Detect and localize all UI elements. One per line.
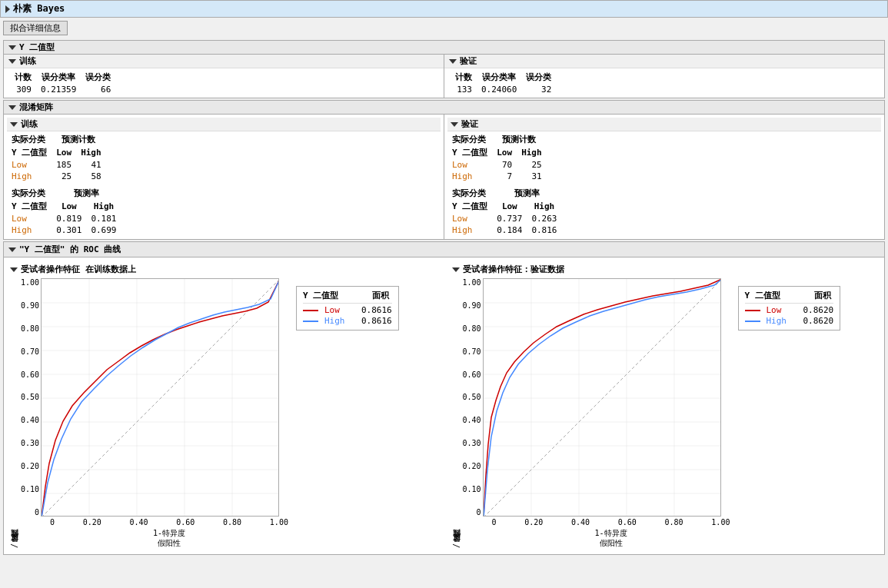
conf-val-rate-low-label: Low bbox=[447, 213, 492, 224]
conf-train-actual-col2: 实际分类 bbox=[7, 187, 52, 200]
train-x-tick-80: 0.80 bbox=[223, 518, 241, 527]
conf-train-low-low: 185 bbox=[52, 159, 76, 171]
conf-train-low-col2: Low bbox=[52, 200, 86, 213]
val-x-tick-0: 0 bbox=[492, 518, 497, 527]
validate-legend-high-value: 0.8620 bbox=[803, 316, 834, 326]
validate-header: 验证 bbox=[444, 55, 884, 68]
conf-val-rate-row-low: Low 0.737 0.263 bbox=[447, 213, 562, 224]
validate-legend-high-label: High bbox=[767, 316, 797, 326]
val-count-val: 133 bbox=[451, 84, 477, 95]
conf-val-high-low: 7 bbox=[492, 171, 517, 182]
y-binary-columns: 训练 计数 误分类率 误分类 309 0.21359 66 bbox=[4, 55, 884, 98]
train-x-ticks: 0 0.20 0.40 0.60 0.80 1.00 bbox=[50, 518, 288, 527]
validate-column: 验证 计数 误分类率 误分类 133 0.24060 32 bbox=[444, 55, 884, 98]
conf-val-rate-high-low: 0.184 bbox=[492, 224, 527, 236]
validate-roc-triangle-icon bbox=[452, 267, 460, 272]
conf-val-low-low: 70 bbox=[492, 159, 517, 171]
roc-charts-area: 受试者操作特征 在训练数据上 灵敏度/真阳性 1.00 0.90 bbox=[4, 257, 884, 554]
train-legend-high-value: 0.8616 bbox=[361, 316, 392, 326]
title-label: 朴素 Bayes bbox=[13, 2, 65, 15]
y-binary-section: Y 二值型 训练 计数 误分类率 误分类 309 0.21359 bbox=[3, 40, 885, 98]
train-roc-title: 受试者操作特征 在训练数据上 bbox=[10, 264, 136, 275]
train-x-tick-100: 1.00 bbox=[270, 518, 288, 527]
train-roc-triangle-icon bbox=[10, 267, 18, 272]
train-x-tick-20: 0.20 bbox=[83, 518, 101, 527]
title-triangle-icon bbox=[5, 5, 10, 13]
confusion-title: 混淆矩阵 bbox=[19, 101, 53, 113]
validate-legend-col1: Y 二值型 bbox=[745, 290, 791, 301]
conf-train-rate-low-label: Low bbox=[7, 213, 52, 224]
train-miscls-val: 66 bbox=[81, 84, 115, 95]
train-miscls-rate-val: 0.21359 bbox=[36, 84, 81, 95]
train-y-ticks: 1.00 0.90 0.80 0.70 0.60 0.50 0.40 0.30 … bbox=[21, 278, 39, 517]
train-axes-container: 1.00 0.90 0.80 0.70 0.60 0.50 0.40 0.30 … bbox=[21, 278, 288, 548]
train-legend-row-low: Low 0.8616 bbox=[303, 305, 392, 315]
train-roc-chart-area: 灵敏度/真阳性 1.00 0.90 0.80 0.70 0.60 bbox=[10, 278, 399, 548]
val-y-tick-60: 0.60 bbox=[463, 370, 481, 379]
validate-roc-container: 受试者操作特征：验证数据 灵敏度/真阳性 1.00 0.90 0.80 bbox=[452, 264, 879, 548]
conf-val-high-high: 31 bbox=[517, 171, 547, 182]
train-y-tick-80: 0.80 bbox=[21, 324, 39, 333]
train-x-tick-40: 0.40 bbox=[130, 518, 148, 527]
val-col-miscls-rate: 误分类率 bbox=[477, 71, 521, 84]
val-miscls-rate-val: 0.24060 bbox=[477, 84, 521, 95]
y-binary-triangle-icon bbox=[8, 45, 16, 50]
conf-train-rate-row-low: Low 0.819 0.181 bbox=[7, 213, 121, 224]
conf-train-rate-low-high: 0.181 bbox=[86, 213, 121, 224]
conf-train-low-col: Low bbox=[52, 146, 76, 159]
confusion-columns: 训练 实际分类 预测计数 Y 二值型 Low High Low 185 41 bbox=[4, 115, 884, 239]
confusion-validate-rate-table: 实际分类 预测率 Y 二值型 Low High Low 0.737 0.263 … bbox=[447, 187, 562, 236]
validate-stats-table: 计数 误分类率 误分类 133 0.24060 32 bbox=[451, 71, 556, 95]
conf-train-low-label: Low bbox=[7, 159, 52, 171]
confusion-train-header: 训练 bbox=[7, 118, 441, 131]
train-chart-row: 1.00 0.90 0.80 0.70 0.60 0.50 0.40 0.30 … bbox=[21, 278, 288, 517]
roc-header: "Y 二值型" 的 ROC 曲线 bbox=[4, 242, 884, 257]
val-y-tick-80: 0.80 bbox=[463, 324, 481, 333]
conf-val-actual-col2: 实际分类 bbox=[447, 187, 492, 200]
validate-chart-with-axes: 灵敏度/真阳性 1.00 0.90 0.80 0.70 0.60 0.50 bbox=[452, 278, 730, 548]
conf-train-high-high: 58 bbox=[76, 171, 106, 182]
val-y-tick-30: 0.30 bbox=[463, 439, 481, 447]
validate-roc-title-text: 受试者操作特征：验证数据 bbox=[463, 264, 564, 275]
conf-train-pred-rate-col: 预测率 bbox=[52, 187, 121, 200]
train-y-tick-90: 0.90 bbox=[21, 301, 39, 310]
validate-legend-low-label: Low bbox=[767, 305, 797, 315]
train-header: 训练 bbox=[4, 55, 444, 68]
train-y-tick-30: 0.30 bbox=[21, 439, 39, 447]
val-y-tick-40: 0.40 bbox=[463, 416, 481, 424]
train-roc-title-text: 受试者操作特征 在训练数据上 bbox=[21, 264, 136, 275]
validate-y-axis-label: 灵敏度/真阳性 bbox=[452, 543, 461, 548]
train-y-tick-60: 0.60 bbox=[21, 370, 39, 379]
validate-legend-high-line bbox=[745, 321, 760, 322]
conf-val-low-label: Low bbox=[447, 159, 492, 171]
validate-stats: 计数 误分类率 误分类 133 0.24060 32 bbox=[444, 68, 884, 98]
confusion-validate-col: 验证 实际分类 预测计数 Y 二值型 Low High Low 70 25 bbox=[444, 115, 884, 239]
conf-val-rate-low-high: 0.263 bbox=[527, 213, 561, 224]
confusion-train-count-table: 实际分类 预测计数 Y 二值型 Low High Low 185 41 High… bbox=[7, 133, 106, 182]
fit-details-button[interactable]: 拟合详细信息 bbox=[3, 21, 68, 35]
roc-triangle-icon bbox=[8, 247, 16, 252]
val-y-tick-50: 0.50 bbox=[463, 393, 481, 401]
train-legend-col2: 面积 bbox=[372, 290, 389, 301]
train-col-miscls: 误分类 bbox=[81, 71, 115, 84]
train-label: 训练 bbox=[19, 55, 36, 67]
train-col-miscls-rate: 误分类率 bbox=[36, 71, 81, 84]
val-x-tick-60: 0.60 bbox=[618, 518, 637, 527]
validate-axes-container: 1.00 0.90 0.80 0.70 0.60 0.50 0.40 0.30 … bbox=[463, 278, 730, 548]
confusion-train-triangle-icon bbox=[10, 122, 18, 127]
val-x-tick-80: 0.80 bbox=[665, 518, 683, 527]
validate-legend-col2: 面积 bbox=[814, 290, 831, 301]
validate-roc-svg bbox=[483, 278, 721, 517]
confusion-train-rate-table: 实际分类 预测率 Y 二值型 Low High Low 0.819 0.181 … bbox=[7, 187, 121, 236]
svg-line-27 bbox=[484, 279, 721, 517]
confusion-validate-label: 验证 bbox=[461, 118, 478, 130]
conf-train-count-row-low: Low 185 41 bbox=[7, 159, 106, 171]
validate-roc-chart-area: 灵敏度/真阳性 1.00 0.90 0.80 0.70 0.60 0.50 bbox=[452, 278, 841, 548]
validate-roc-title: 受试者操作特征：验证数据 bbox=[452, 264, 564, 275]
train-y-axis-label: 灵敏度/真阳性 bbox=[10, 543, 19, 548]
train-legend-low-label: Low bbox=[324, 305, 355, 315]
confusion-validate-triangle-icon bbox=[451, 122, 458, 127]
conf-train-y-binary-col2: Y 二值型 bbox=[7, 200, 52, 213]
validate-y-ticks: 1.00 0.90 0.80 0.70 0.60 0.50 0.40 0.30 … bbox=[463, 278, 481, 517]
train-stats: 计数 误分类率 误分类 309 0.21359 66 bbox=[4, 68, 444, 98]
